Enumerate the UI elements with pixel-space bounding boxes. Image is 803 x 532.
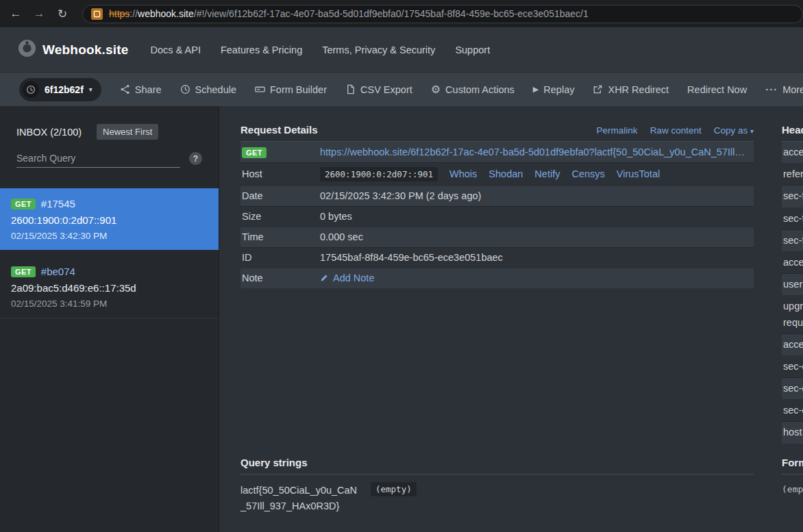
header-key: user-agent xyxy=(782,274,803,295)
pencil-icon xyxy=(320,273,329,282)
brand-name: Webhook.site xyxy=(42,42,129,58)
header-key: host xyxy=(782,422,803,443)
chevron-down-icon: ▾ xyxy=(750,127,754,135)
permalink-link[interactable]: Permalink xyxy=(597,125,638,136)
header-key: accept xyxy=(782,142,803,163)
replay-button[interactable]: ▶ Replay xyxy=(533,84,575,95)
search-input[interactable] xyxy=(16,149,180,168)
request-url-link[interactable]: https://webhook.site/6f12b62f-17ac-4e07-… xyxy=(320,147,748,157)
header-row: upgrade-insecure-requests xyxy=(782,296,803,333)
nav-docs-api[interactable]: Docs & API xyxy=(151,45,201,55)
sort-order-button[interactable]: Newest First xyxy=(97,124,158,140)
ellipsis-icon: ··· xyxy=(765,84,778,94)
header-key: sec-ch-ua-platform xyxy=(782,400,803,421)
csv-export-button[interactable]: CSV Export xyxy=(345,84,412,95)
header-row: sec-fetch-site xyxy=(782,186,803,207)
history-clock-icon xyxy=(23,81,39,98)
time-value: 0.000 sec xyxy=(319,227,754,247)
header-key: accept-language xyxy=(782,334,803,355)
request-list-item[interactable]: GET #17545 2600:1900:0:2d07::901 02/15/2… xyxy=(0,188,219,250)
clock-icon xyxy=(180,84,190,94)
table-row: Host 2600:1900:0:2d07::901 Whois Shodan … xyxy=(240,162,754,186)
header-key: accept-encoding xyxy=(782,252,803,273)
table-row: Date 02/15/2025 3:42:30 PM (2 days ago) xyxy=(240,186,754,206)
copy-as-label: Copy as xyxy=(714,125,748,136)
raw-content-link[interactable]: Raw content xyxy=(650,125,702,136)
file-icon xyxy=(345,84,356,94)
header-row: sec-ch-ua xyxy=(782,356,803,378)
brand-logo[interactable]: Webhook.site xyxy=(18,39,129,60)
form-builder-button[interactable]: Form Builder xyxy=(255,84,327,95)
id-value: 17545baf-8f84-459e-bc65-ece3e051baec xyxy=(319,247,754,268)
header-key: sec-fetch-dest xyxy=(782,230,803,251)
request-ip: 2a09:bac5:d469:e6::17:35d xyxy=(11,282,208,294)
header-row: accept-language xyxy=(782,334,803,356)
inbox-id-dropdown[interactable]: 6f12b62f ▾ xyxy=(19,78,101,101)
schedule-button[interactable]: Schedule xyxy=(180,84,236,95)
nav-terms-privacy-security[interactable]: Terms, Privacy & Security xyxy=(322,45,435,55)
url-scheme: https xyxy=(109,8,129,19)
redirect-now-button[interactable]: Redirect Now xyxy=(687,84,747,95)
request-list-item[interactable]: GET #be074 2a09:bac5:d469:e6::17:35d 02/… xyxy=(0,256,219,318)
browser-forward-button[interactable]: → xyxy=(29,3,49,24)
header-row: sec-fetch-dest xyxy=(782,230,803,252)
copy-as-dropdown[interactable]: Copy as ▾ xyxy=(714,125,754,136)
netify-link[interactable]: Netify xyxy=(534,168,560,179)
header-row: host xyxy=(782,422,803,444)
share-icon xyxy=(120,84,130,94)
header-key: sec-fetch-site xyxy=(782,186,803,207)
request-id-link[interactable]: #be074 xyxy=(41,266,75,277)
header-row: referer xyxy=(782,164,803,186)
header-row: sec-ch-ua-platform xyxy=(782,400,803,422)
censys-link[interactable]: Censys xyxy=(571,168,604,179)
request-id-link[interactable]: #17545 xyxy=(41,198,75,210)
browser-refresh-button[interactable]: ↻ xyxy=(52,3,73,24)
url-separator: :// xyxy=(129,8,138,19)
shodan-link[interactable]: Shodan xyxy=(489,168,523,179)
site-info-icon[interactable] xyxy=(91,8,103,20)
browser-back-button[interactable]: ← xyxy=(5,3,26,24)
browser-chrome: ← → ↻ https://webhook.site/#!/view/6f12b… xyxy=(0,0,803,27)
search-help-icon[interactable]: ? xyxy=(189,152,202,165)
table-row: Note Add Note xyxy=(240,268,754,289)
share-button[interactable]: Share xyxy=(120,84,162,95)
header-key: sec-fetch-mode xyxy=(782,208,803,229)
address-bar[interactable]: https://webhook.site/#!/view/6f12b62f-17… xyxy=(82,5,803,23)
add-note-link[interactable]: Add Note xyxy=(320,273,374,283)
table-row: Size 0 bytes xyxy=(240,206,754,227)
header-key: upgrade-insecure-requests xyxy=(782,296,803,333)
virustotal-link[interactable]: VirusTotal xyxy=(617,168,660,179)
header-row: user-agent xyxy=(782,274,803,296)
date-label: Date xyxy=(240,186,319,206)
whois-link[interactable]: Whois xyxy=(449,168,477,179)
query-strings-section: Query strings lactf{50_50CiaL_y0u_CaN_57… xyxy=(219,457,771,532)
url-path: /#!/view/6f12b62f-17ac-4e07-ba5d-5d01df9… xyxy=(194,8,589,19)
table-row: Time 0.000 sec xyxy=(240,227,754,247)
size-value: 0 bytes xyxy=(319,206,754,227)
query-string-key: lactf{50_50CiaL_y0u_CaN_57Ill_937_HAx0R3… xyxy=(240,483,361,514)
xhr-redirect-label: XHR Redirect xyxy=(608,84,669,95)
table-row: ID 17545baf-8f84-459e-bc65-ece3e051baec xyxy=(240,247,754,268)
url-text: https://webhook.site/#!/view/6f12b62f-17… xyxy=(109,8,589,19)
nav-features-pricing[interactable]: Features & Pricing xyxy=(221,45,302,55)
add-note-label: Add Note xyxy=(333,273,374,283)
xhr-redirect-button[interactable]: XHR Redirect xyxy=(593,84,669,95)
request-sidebar: INBOX (2/100) Newest First ? GET #17545 … xyxy=(0,106,219,532)
custom-actions-button[interactable]: ⚙ Custom Actions xyxy=(431,84,515,95)
header-row: accept xyxy=(782,142,803,164)
main-panel: Request Details Permalink Raw content Co… xyxy=(219,106,803,532)
request-details-table: GET https://webhook.site/6f12b62f-17ac-4… xyxy=(240,142,754,289)
query-string-value: (empty) xyxy=(371,482,417,496)
toolbar: 6f12b62f ▾ Share Schedule Form Builder C… xyxy=(0,72,803,106)
nav-support[interactable]: Support xyxy=(455,45,490,55)
request-details-title: Request Details xyxy=(240,124,318,136)
csv-export-label: CSV Export xyxy=(360,84,412,95)
header-key: sec-ch-ua-mobile xyxy=(782,378,803,399)
form-values-section: Form values (empty) xyxy=(771,457,803,532)
header-row: sec-fetch-mode xyxy=(782,208,803,230)
method-badge: GET xyxy=(11,266,36,277)
more-button[interactable]: ··· More xyxy=(765,84,803,95)
header-row: sec-ch-ua-mobile xyxy=(782,378,803,400)
note-label: Note xyxy=(240,268,319,289)
date-value: 02/15/2025 3:42:30 PM (2 days ago) xyxy=(319,186,754,206)
